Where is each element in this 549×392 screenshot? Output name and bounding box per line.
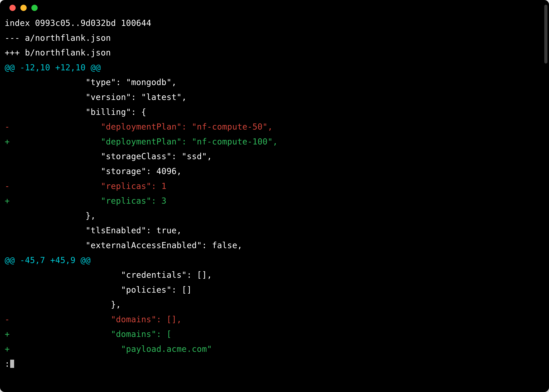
close-button[interactable]	[9, 5, 16, 11]
diff-to-file: +++ b/northflank.json	[5, 45, 544, 60]
terminal-content[interactable]: index 0993c05..9d032bd 100644 --- a/nort…	[0, 16, 549, 376]
diff-hunk-marker: @@ -12,10 +12,10 @@	[5, 60, 544, 75]
title-bar	[0, 0, 549, 16]
diff-line-context: },	[5, 297, 544, 312]
cursor	[10, 360, 14, 368]
diff-line-context: "externalAccessEnabled": false,	[5, 238, 544, 253]
diff-body: @@ -12,10 +12,10 @@ "type": "mongodb", "…	[5, 60, 544, 357]
maximize-button[interactable]	[31, 5, 38, 11]
diff-line-context: "version": "latest",	[5, 90, 544, 105]
diff-line-context: },	[5, 208, 544, 223]
diff-line-added: + "replicas": 3	[5, 193, 544, 208]
terminal-window: index 0993c05..9d032bd 100644 --- a/nort…	[0, 0, 549, 392]
diff-line-context: "policies": []	[5, 282, 544, 297]
diff-line-removed: - "domains": [],	[5, 312, 544, 327]
scrollbar[interactable]	[544, 5, 548, 63]
diff-line-context: "tlsEnabled": true,	[5, 223, 544, 238]
diff-index-line: index 0993c05..9d032bd 100644	[5, 16, 544, 31]
diff-line-added: + "deploymentPlan": "nf-compute-100",	[5, 134, 544, 149]
diff-line-added: + "domains": [	[5, 327, 544, 342]
diff-line-context: "credentials": [],	[5, 267, 544, 282]
prompt-symbol: :	[5, 357, 10, 371]
minimize-button[interactable]	[20, 5, 27, 11]
diff-line-context: "storageClass": "ssd",	[5, 149, 544, 164]
diff-from-file: --- a/northflank.json	[5, 31, 544, 45]
diff-line-added: + "payload.acme.com"	[5, 342, 544, 357]
diff-line-removed: - "replicas": 1	[5, 179, 544, 194]
diff-line-context: "billing": {	[5, 105, 544, 119]
diff-line-removed: - "deploymentPlan": "nf-compute-50",	[5, 119, 544, 134]
diff-line-context: "storage": 4096,	[5, 164, 544, 179]
diff-hunk-marker: @@ -45,7 +45,9 @@	[5, 253, 544, 268]
diff-line-context: "type": "mongodb",	[5, 75, 544, 90]
pager-prompt[interactable]: :	[5, 357, 544, 371]
